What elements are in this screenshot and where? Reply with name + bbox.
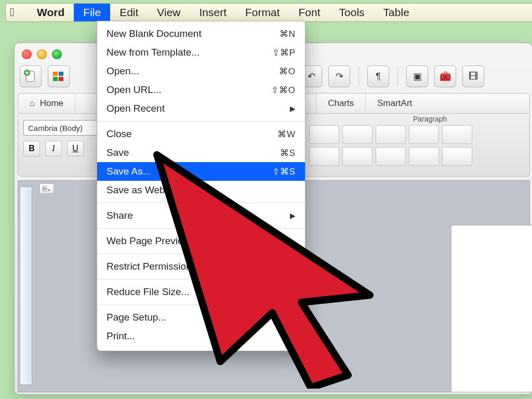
redo-button[interactable]: ↷ — [328, 65, 350, 87]
template-gallery-button[interactable] — [48, 65, 70, 87]
menu-item-label: Open URL... — [107, 84, 162, 96]
menu-view[interactable]: View — [148, 4, 190, 21]
submenu-arrow-icon: ▶ — [290, 104, 296, 113]
submenu-arrow-icon: ▶ — [290, 262, 296, 271]
menu-item-label: New Blank Document — [107, 28, 202, 39]
redo-icon: ↷ — [336, 71, 343, 82]
menu-separator — [97, 121, 305, 122]
window-controls — [22, 49, 62, 59]
file-menu-page-setup[interactable]: Page Setup... — [97, 308, 305, 327]
file-menu-reduce-file-size[interactable]: Reduce File Size... — [97, 283, 305, 301]
menu-separator — [97, 203, 305, 203]
justify-button[interactable] — [376, 147, 406, 166]
align-right-button[interactable] — [342, 147, 373, 166]
increase-indent-button[interactable] — [442, 147, 472, 166]
menu-separator — [97, 279, 305, 280]
file-menu-open-recent[interactable]: Open Recent▶ — [97, 99, 305, 118]
ribbon-tab-label: Charts — [328, 98, 354, 109]
toolbox-icon: 🧰 — [440, 71, 451, 82]
file-menu-save-as[interactable]: Save As...⇧⌘S — [97, 162, 305, 181]
app-menu-word[interactable]: Word — [28, 4, 74, 21]
media-icon: 🎞 — [469, 71, 478, 82]
zoom-window-button[interactable] — [52, 49, 62, 59]
file-menu-save[interactable]: Save⌘S — [97, 143, 305, 162]
mac-menu-bar:  Word File Edit View Insert Format Font… — [5, 3, 532, 22]
line-spacing-button[interactable] — [409, 147, 439, 166]
svg-rect-5 — [59, 77, 63, 81]
align-left-button[interactable] — [409, 125, 439, 144]
menu-separator — [97, 254, 305, 254]
menu-insert[interactable]: Insert — [190, 4, 236, 21]
sidebar-button[interactable]: ▣ — [406, 65, 428, 87]
toolbox-button[interactable]: 🧰 — [434, 65, 456, 87]
menu-item-label: Save as Web Page... — [107, 184, 199, 196]
menu-item-shortcut: ⇧⌘O — [271, 85, 296, 96]
menu-edit[interactable]: Edit — [110, 4, 148, 21]
menu-format[interactable]: Format — [236, 4, 289, 21]
menu-item-shortcut: ⌘W — [277, 129, 296, 140]
menu-file[interactable]: File — [74, 4, 110, 21]
bold-button[interactable]: B — [23, 141, 40, 156]
menu-item-label: Open Recent — [107, 103, 165, 114]
menu-item-label: Restrict Permissions — [107, 261, 196, 272]
file-menu-new-blank-document[interactable]: New Blank Document⌘N — [97, 24, 305, 43]
file-menu-close[interactable]: Close⌘W — [97, 125, 305, 143]
ribbon-tab-home[interactable]: ⌂ Home — [18, 94, 75, 113]
sidebar-icon: ▣ — [413, 71, 422, 82]
menu-separator — [97, 228, 305, 229]
gallery-icon — [52, 70, 65, 83]
ribbon-tab-charts[interactable]: Charts — [316, 94, 366, 113]
undo-icon: ↶ — [308, 71, 315, 82]
file-menu-print[interactable]: Print... — [97, 327, 305, 345]
home-icon: ⌂ — [30, 99, 35, 108]
outline-marker[interactable]: ⎘▾ — [39, 183, 54, 194]
file-menu-share[interactable]: Share▶ — [97, 206, 305, 225]
menu-item-label: Close — [107, 128, 132, 140]
svg-rect-2 — [53, 72, 58, 76]
menu-item-label: Print... — [107, 330, 135, 342]
svg-rect-4 — [53, 77, 58, 81]
apple-menu-icon[interactable]:  — [10, 6, 14, 19]
bullets-button[interactable] — [309, 125, 339, 144]
decrease-indent-button[interactable] — [442, 125, 472, 144]
multilevel-list-button[interactable] — [376, 125, 406, 144]
italic-button[interactable]: I — [45, 141, 62, 156]
menu-item-shortcut: ⇧⌘P — [272, 47, 296, 58]
show-formatting-button[interactable]: ¶ — [367, 65, 389, 87]
file-menu-web-page-preview[interactable]: Web Page Preview — [97, 232, 305, 250]
document-page[interactable] — [451, 225, 532, 392]
pilcrow-icon: ¶ — [376, 71, 381, 82]
menu-item-label: New from Template... — [107, 47, 200, 58]
file-menu-save-as-web-page[interactable]: Save as Web Page... — [97, 181, 305, 200]
file-menu-new-from-template[interactable]: New from Template...⇧⌘P — [97, 43, 305, 62]
menu-font[interactable]: Font — [289, 4, 330, 21]
vertical-ruler[interactable] — [20, 187, 32, 385]
new-document-button[interactable] — [20, 65, 42, 87]
menu-item-shortcut: ⌘S — [280, 148, 296, 158]
menu-table[interactable]: Table — [374, 4, 419, 21]
close-window-button[interactable] — [22, 49, 32, 59]
paragraph-group — [309, 125, 472, 166]
toolbar-separator — [397, 66, 398, 86]
ribbon-tab-smartart[interactable]: SmartArt — [366, 94, 423, 113]
file-menu-open-url[interactable]: Open URL...⇧⌘O — [97, 81, 305, 99]
underline-button[interactable]: U — [67, 141, 84, 156]
toolbar-separator — [358, 66, 359, 86]
menu-item-label: Share — [107, 210, 133, 221]
media-browser-button[interactable]: 🎞 — [462, 65, 484, 87]
ribbon-tab-label: SmartArt — [377, 98, 412, 109]
file-menu-dropdown: New Blank Document⌘NNew from Template...… — [97, 21, 305, 351]
menu-item-label: Open... — [107, 65, 139, 77]
menu-item-label: Reduce File Size... — [107, 286, 189, 298]
numbering-button[interactable] — [342, 125, 373, 144]
file-menu-open[interactable]: Open...⌘O — [97, 62, 305, 81]
ribbon-tab-label: Home — [40, 98, 63, 109]
file-menu-restrict-permissions[interactable]: Restrict Permissions▶ — [97, 257, 305, 276]
menu-item-label: Web Page Preview — [107, 235, 190, 247]
align-center-button[interactable] — [309, 147, 339, 166]
minimize-window-button[interactable] — [37, 49, 47, 59]
new-doc-icon — [24, 70, 37, 83]
menu-item-label: Page Setup... — [107, 312, 166, 323]
menu-item-shortcut: ⌘N — [280, 29, 296, 39]
menu-tools[interactable]: Tools — [330, 4, 374, 21]
